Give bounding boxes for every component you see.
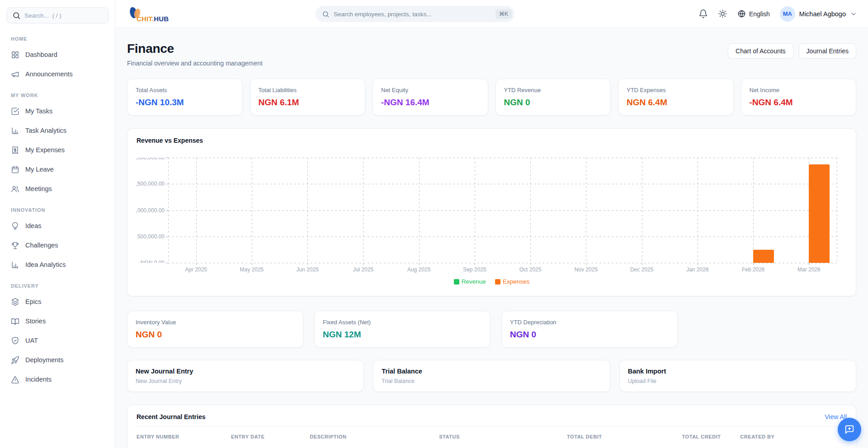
theme-toggle-button[interactable] (718, 9, 727, 19)
metric-card-fixed-assets: Fixed Assets (Net) NGN 12M (314, 311, 491, 348)
bar-chart-icon (11, 261, 19, 269)
y-axis-labels: NGN 0.00NGN 500,000.00NGN 1,000,000.00NG… (136, 158, 165, 263)
metric-value: NGN 0 (510, 330, 669, 340)
column-header: ENTRY DATE (231, 434, 310, 439)
stat-value: NGN 6.4M (627, 98, 725, 107)
calendar-icon (11, 165, 19, 174)
sidebar-item-label: Task Analytics (25, 127, 66, 134)
column-header: DESCRIPTION (310, 434, 439, 439)
metric-cards-row: Inventory Value NGN 0 Fixed Assets (Net)… (127, 311, 856, 348)
section-home: HOME (0, 28, 115, 44)
stat-value: -NGN 16.4M (381, 98, 480, 107)
rocket-icon (11, 356, 19, 364)
sidebar-search[interactable] (6, 7, 108, 23)
sidebar-item-my-expenses[interactable]: My Expenses (5, 141, 110, 159)
chart-legend: Revenue Expenses (137, 278, 847, 285)
shield-check-icon (11, 336, 19, 345)
section-delivery: DELIVERY (0, 275, 115, 291)
bell-icon (698, 9, 708, 19)
page-title: Finance (127, 42, 263, 56)
new-journal-entry-card[interactable]: New Journal Entry New Journal Entry (127, 360, 364, 392)
sidebar-item-idea-analytics[interactable]: Idea Analytics (5, 256, 110, 274)
global-search[interactable]: ⌘K (316, 6, 514, 22)
trial-balance-card[interactable]: Trial Balance Trial Balance (373, 360, 610, 392)
revenue-swatch (454, 279, 459, 285)
global-search-input[interactable] (334, 11, 491, 18)
feedback-chat-button[interactable] (838, 418, 861, 441)
message-plus-icon (844, 425, 854, 434)
sidebar-item-announcements[interactable]: Announcements (5, 65, 110, 83)
sidebar-item-incidents[interactable]: Incidents (5, 370, 110, 388)
journal-entries-button[interactable]: Journal Entries (799, 43, 856, 59)
top-actions: English MA Michael Agbogo (698, 6, 857, 22)
sidebar-search-input[interactable] (24, 12, 103, 19)
column-header: TOTAL DEBIT (567, 434, 682, 439)
language-selector[interactable]: English (737, 9, 770, 18)
column-header: CREATED BY (740, 434, 847, 439)
chart-of-accounts-button[interactable]: Chart of Accounts (728, 43, 793, 59)
sidebar-item-deployments[interactable]: Deployments (5, 351, 110, 369)
brand-logo[interactable]: CHIT.HUB (127, 5, 169, 23)
expenses-swatch (495, 279, 500, 285)
main-area: CHIT.HUB ⌘K English MA Michael Agbogo (115, 0, 868, 448)
sidebar-item-task-analytics[interactable]: Task Analytics (5, 121, 110, 140)
section-my-work: MY WORK (0, 84, 115, 101)
sidebar-item-my-leave[interactable]: My Leave (5, 160, 110, 178)
chart-plot-area: Apr 2025May 2025Jun 2025Jul 2025Aug 2025… (168, 158, 837, 263)
metric-value: NGN 12M (323, 330, 482, 340)
search-icon (322, 10, 330, 18)
sidebar-item-dashboard[interactable]: Dashboard (5, 46, 110, 64)
section-innovation: INNOVATION (0, 199, 115, 215)
legend-item-expenses[interactable]: Expenses (495, 278, 529, 285)
sidebar-item-label: Ideas (25, 222, 41, 229)
sidebar-item-challenges[interactable]: Challenges (5, 236, 110, 254)
sidebar-item-label: Announcements (25, 70, 73, 78)
stat-card-ytd-revenue: YTD Revenue NGN 0 (495, 79, 611, 116)
avatar: MA (780, 6, 795, 22)
sidebar-item-my-tasks[interactable]: My Tasks (5, 102, 110, 120)
sidebar-item-epics[interactable]: Epics (5, 293, 110, 311)
sidebar: HOME Dashboard Announcements MY WORK My … (0, 0, 115, 448)
keyboard-shortcut-badge: ⌘K (495, 9, 512, 19)
dashboard-icon (11, 51, 19, 59)
megaphone-icon (11, 70, 19, 79)
sidebar-item-label: Epics (25, 298, 41, 305)
column-header: TOTAL CREDIT (682, 434, 741, 439)
sidebar-item-label: Dashboard (25, 51, 57, 58)
column-header: STATUS (439, 434, 567, 439)
sidebar-item-label: My Leave (25, 166, 54, 173)
user-menu[interactable]: MA Michael Agbogo (780, 6, 857, 22)
book-open-icon (11, 317, 19, 326)
sidebar-item-label: UAT (25, 337, 38, 344)
sidebar-item-label: My Tasks (25, 107, 52, 115)
page-content: Finance Financial overview and accountin… (115, 28, 868, 448)
bank-import-card[interactable]: Bank Import Upload File (619, 360, 856, 392)
stat-card-ytd-expenses: YTD Expenses NGN 6.4M (618, 79, 734, 116)
sidebar-item-label: Incidents (25, 376, 52, 383)
sidebar-item-uat[interactable]: UAT (5, 331, 110, 350)
sidebar-item-ideas[interactable]: Ideas (5, 217, 110, 235)
search-icon (12, 11, 21, 20)
globe-icon (737, 9, 746, 18)
sidebar-item-label: Challenges (25, 242, 58, 249)
brand-name: CHIT.HUB (137, 15, 169, 23)
sidebar-item-meetings[interactable]: Meetings (5, 180, 110, 198)
users-icon (11, 185, 19, 193)
stat-value: -NGN 6.4M (750, 98, 848, 107)
stat-value: NGN 0 (504, 98, 603, 107)
page-header: Finance Financial overview and accountin… (127, 42, 856, 67)
legend-item-revenue[interactable]: Revenue (454, 278, 486, 285)
sidebar-item-stories[interactable]: Stories (5, 312, 110, 330)
metric-card-inventory-value: Inventory Value NGN 0 (127, 311, 303, 348)
stat-cards-row: Total Assets -NGN 10.3M Total Liabilitie… (127, 79, 856, 116)
sidebar-item-label: Idea Analytics (25, 261, 66, 268)
stat-card-net-equity: Net Equity -NGN 16.4M (373, 79, 488, 116)
top-bar: CHIT.HUB ⌘K English MA Michael Agbogo (115, 0, 868, 28)
journal-table-header: ENTRY NUMBER ENTRY DATE DESCRIPTION STAT… (137, 426, 847, 439)
sidebar-item-label: Deployments (25, 356, 64, 364)
quick-actions-row: New Journal Entry New Journal Entry Tria… (127, 360, 856, 392)
notifications-button[interactable] (698, 9, 708, 19)
language-label: English (749, 10, 770, 18)
check-square-icon (11, 107, 19, 116)
revenue-expenses-chart-card: Revenue vs Expenses NGN 0.00NGN 500,000.… (127, 128, 856, 296)
